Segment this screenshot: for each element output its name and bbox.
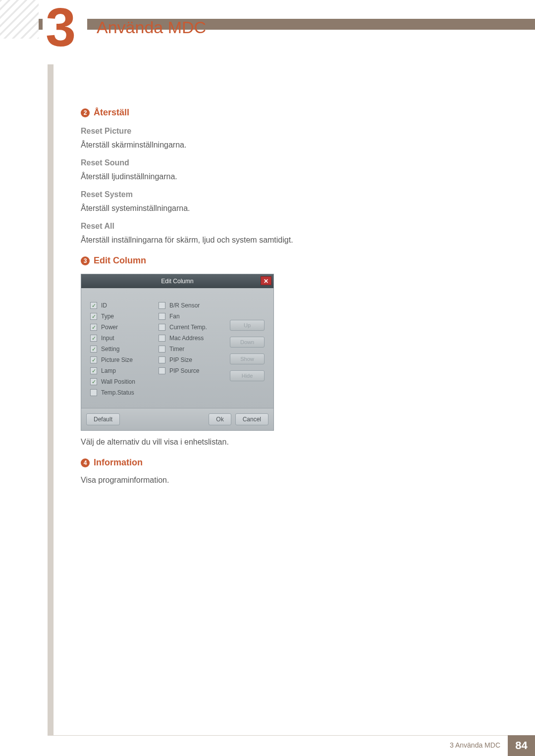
checkbox-label: ID xyxy=(101,302,107,309)
reset-system-head: Reset System xyxy=(81,190,442,199)
chapter-title: Använda MDC xyxy=(97,18,206,37)
checkbox-label: Lamp xyxy=(101,367,116,374)
checkbox-label: B/R Sensor xyxy=(169,302,200,309)
section-2-heading: 2 Återställ xyxy=(81,107,442,118)
checkbox-row[interactable]: ✓Wall Position xyxy=(90,378,150,385)
checkbox[interactable] xyxy=(90,389,97,396)
section-4-title: Information xyxy=(94,457,143,468)
hide-button[interactable]: Hide xyxy=(230,370,265,381)
dialog-titlebar: Edit Column ✕ xyxy=(81,274,273,288)
checkbox[interactable] xyxy=(159,335,165,342)
footer-text: 3 Använda MDC xyxy=(450,741,500,749)
checkbox-row[interactable]: ✓ID xyxy=(90,302,150,309)
checkbox-label: PIP Size xyxy=(169,356,192,363)
footer-page-number: 84 xyxy=(508,735,535,756)
checkbox-label: Wall Position xyxy=(101,378,135,385)
checkbox-label: Picture Size xyxy=(101,356,133,363)
content-area: 2 Återställ Reset Picture Återställ skär… xyxy=(81,97,442,492)
reset-sound-body: Återställ ljudinställningarna. xyxy=(81,172,442,181)
checkbox-row[interactable]: ✓Setting xyxy=(90,346,150,353)
section-3-title: Edit Column xyxy=(94,255,146,266)
checkbox[interactable] xyxy=(159,302,165,309)
checkbox-row[interactable]: ✓Lamp xyxy=(90,367,150,374)
section-3-caption: Välj de alternativ du vill visa i enhets… xyxy=(81,438,442,447)
reset-system-body: Återställ systeminställningarna. xyxy=(81,204,442,213)
reset-picture-body: Återställ skärminställningarna. xyxy=(81,141,442,150)
checkbox[interactable]: ✓ xyxy=(90,367,97,374)
checkbox-row[interactable]: PIP Size xyxy=(159,356,218,363)
checkbox[interactable] xyxy=(159,346,165,353)
checkbox-label: Power xyxy=(101,324,118,331)
side-rule xyxy=(48,0,54,735)
checkbox-row[interactable]: B/R Sensor xyxy=(159,302,218,309)
checkbox-row[interactable]: Fan xyxy=(159,313,218,320)
default-button[interactable]: Default xyxy=(86,413,120,425)
section-3-heading: 3 Edit Column xyxy=(81,255,442,266)
edit-column-dialog: Edit Column ✕ ✓ID✓Type✓Power✓Input✓Setti… xyxy=(81,274,274,431)
bullet-4-icon: 4 xyxy=(81,458,90,467)
checkbox[interactable]: ✓ xyxy=(90,302,97,309)
checkbox-label: Input xyxy=(101,335,114,342)
checkbox[interactable] xyxy=(159,324,165,331)
checkbox[interactable]: ✓ xyxy=(90,324,97,331)
dialog-close-button[interactable]: ✕ xyxy=(261,276,271,285)
checkbox-label: Fan xyxy=(169,313,180,320)
up-button[interactable]: Up xyxy=(230,320,265,331)
section-2-title: Återställ xyxy=(94,107,129,118)
section-4-body: Visa programinformation. xyxy=(81,476,442,485)
checkbox[interactable]: ✓ xyxy=(90,356,97,363)
section-4-heading: 4 Information xyxy=(81,457,442,468)
checkbox-row[interactable]: Current Temp. xyxy=(159,324,218,331)
checkbox-row[interactable]: Temp.Status xyxy=(90,389,150,396)
dialog-body: ✓ID✓Type✓Power✓Input✓Setting✓Picture Siz… xyxy=(81,288,273,408)
dialog-left-column: ✓ID✓Type✓Power✓Input✓Setting✓Picture Siz… xyxy=(90,302,150,396)
checkbox-label: Type xyxy=(101,313,114,320)
dialog-title: Edit Column xyxy=(161,278,193,285)
checkbox-label: Setting xyxy=(101,346,119,353)
reset-all-head: Reset All xyxy=(81,222,442,231)
bullet-3-icon: 3 xyxy=(81,256,90,265)
checkbox-label: Timer xyxy=(169,346,184,353)
dialog-side-buttons: Up Down Show Hide xyxy=(230,320,265,396)
dialog-right-column: B/R SensorFanCurrent Temp.Mac AddressTim… xyxy=(159,302,218,396)
checkbox[interactable]: ✓ xyxy=(90,346,97,353)
dialog-footer: Default Ok Cancel xyxy=(81,408,273,430)
checkbox-row[interactable]: ✓Picture Size xyxy=(90,356,150,363)
checkbox-row[interactable]: Mac Address xyxy=(159,335,218,342)
checkbox[interactable]: ✓ xyxy=(90,335,97,342)
checkbox[interactable]: ✓ xyxy=(90,313,97,320)
footer-rule xyxy=(48,735,535,736)
checkbox-label: Current Temp. xyxy=(169,324,207,331)
reset-sound-head: Reset Sound xyxy=(81,158,442,167)
bullet-2-icon: 2 xyxy=(81,108,90,117)
checkbox-label: Temp.Status xyxy=(101,389,134,396)
checkbox-row[interactable]: PIP Source xyxy=(159,367,218,374)
down-button[interactable]: Down xyxy=(230,337,265,348)
checkbox-row[interactable]: ✓Input xyxy=(90,335,150,342)
checkbox-row[interactable]: ✓Power xyxy=(90,324,150,331)
page-footer: 3 Använda MDC 84 xyxy=(0,735,535,756)
checkbox-row[interactable]: ✓Type xyxy=(90,313,150,320)
checkbox-label: Mac Address xyxy=(169,335,204,342)
cancel-button[interactable]: Cancel xyxy=(235,413,268,425)
checkbox[interactable] xyxy=(159,313,165,320)
corner-hatch xyxy=(0,0,39,39)
checkbox-row[interactable]: Timer xyxy=(159,346,218,353)
checkbox[interactable] xyxy=(159,367,165,374)
chapter-number: 3 xyxy=(46,0,76,54)
reset-all-body: Återställ inställningarna för skärm, lju… xyxy=(81,236,442,245)
ok-button[interactable]: Ok xyxy=(209,413,231,425)
checkbox[interactable] xyxy=(159,356,165,363)
checkbox-label: PIP Source xyxy=(169,367,199,374)
checkbox[interactable]: ✓ xyxy=(90,378,97,385)
show-button[interactable]: Show xyxy=(230,353,265,364)
reset-picture-head: Reset Picture xyxy=(81,127,442,136)
